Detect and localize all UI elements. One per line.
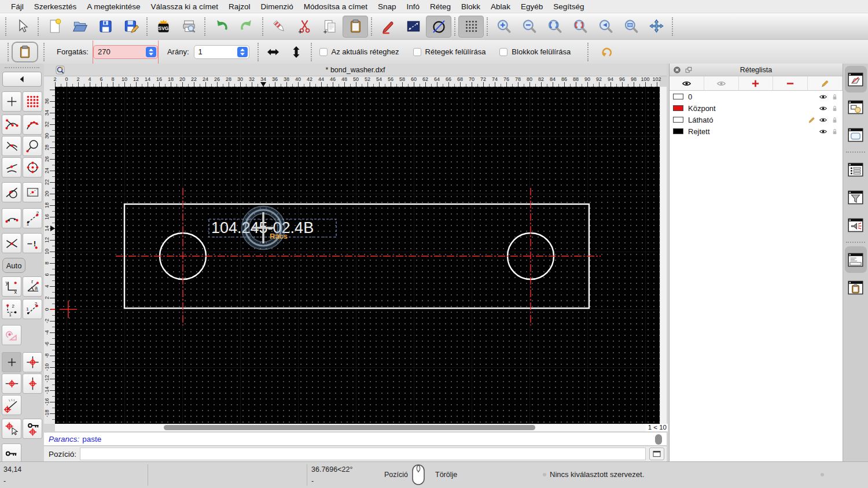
- snap-intersection-button[interactable]: [2, 136, 21, 156]
- menu-egyeb[interactable]: Egyéb: [516, 0, 548, 13]
- lock-icon[interactable]: [830, 116, 839, 124]
- zoom-out-button[interactable]: [516, 16, 542, 38]
- block-list-panel-button[interactable]: [845, 94, 867, 120]
- flip-horizontal-button[interactable]: [262, 42, 285, 62]
- edit-layer-button[interactable]: [808, 76, 843, 90]
- restrict-horizontal-button[interactable]: [2, 374, 21, 394]
- snap-inside-button[interactable]: [23, 182, 42, 202]
- restrict-angle-button[interactable]: [2, 395, 21, 415]
- layer-row-lathato[interactable]: Látható: [670, 114, 843, 125]
- layer-list-panel-button[interactable]: [845, 66, 867, 93]
- construction-mode-button[interactable]: [426, 16, 451, 38]
- add-layer-button[interactable]: [739, 76, 774, 90]
- eye-off-button[interactable]: [704, 76, 739, 90]
- eye-open-icon[interactable]: [819, 116, 827, 124]
- selection-filter-panel-button[interactable]: [845, 184, 867, 210]
- menu-segitseg[interactable]: Segítség: [548, 0, 589, 13]
- command-line-panel-button[interactable]: [845, 246, 867, 273]
- lock-icon[interactable]: [830, 127, 839, 136]
- menu-blokk[interactable]: Blokk: [456, 0, 486, 13]
- command-window-toggle-button[interactable]: [649, 448, 664, 460]
- back-button[interactable]: [2, 72, 42, 87]
- drawing-canvas[interactable]: 104.245-02.4BRács: [55, 87, 660, 424]
- scrollbar-thumb[interactable]: [164, 425, 535, 430]
- remove-layer-button[interactable]: [773, 76, 808, 90]
- position-input[interactable]: [80, 448, 646, 460]
- menu-reteg[interactable]: Réteg: [425, 0, 456, 13]
- copy-button[interactable]: [317, 16, 343, 38]
- snap-grid-red-button[interactable]: [23, 91, 42, 112]
- zoom-in-button[interactable]: [491, 16, 516, 38]
- menu-a-megtekintese[interactable]: A megtekintése: [82, 0, 145, 13]
- property-editor-panel-button[interactable]: [845, 156, 867, 183]
- zoom-window-button[interactable]: [618, 16, 643, 38]
- open-file-button[interactable]: [67, 16, 93, 38]
- dimension-button[interactable]: [400, 16, 426, 38]
- command-line[interactable]: Parancs:paste: [44, 432, 667, 446]
- coord-polar-button[interactable]: ra: [23, 276, 42, 297]
- new-file-button[interactable]: [42, 16, 67, 38]
- snap-perpendicular-button[interactable]: [2, 157, 21, 178]
- snap-intersection-x-button[interactable]: [2, 233, 21, 253]
- lock-icon[interactable]: [830, 104, 839, 113]
- redo-button[interactable]: [234, 16, 259, 38]
- snap-endpoints-button[interactable]: [2, 114, 21, 135]
- restrict-none-button[interactable]: [2, 352, 21, 372]
- layer-row-rejtett[interactable]: Rejtett: [670, 125, 843, 137]
- eye-open-button[interactable]: [670, 76, 704, 90]
- menu-snap[interactable]: Snap: [373, 0, 402, 13]
- pan-button[interactable]: [643, 16, 669, 38]
- coord-relative-button[interactable]: 12: [2, 299, 21, 319]
- zoom-previous-button[interactable]: [593, 16, 618, 38]
- restrict-orthogonal-button[interactable]: [23, 352, 42, 372]
- document-tab-bar[interactable]: * bond_washer.dxf: [44, 64, 667, 76]
- menu-fajl[interactable]: Fájl: [6, 0, 29, 13]
- draw-color-button[interactable]: [375, 16, 400, 38]
- menu-szerkesztes[interactable]: Szerkesztés: [29, 0, 82, 13]
- snap-auto-button[interactable]: Auto: [2, 258, 25, 273]
- toggle-grid-button[interactable]: [458, 16, 484, 38]
- flip-vertical-button[interactable]: [285, 42, 308, 62]
- coord-relative-polar-button[interactable]: 12: [23, 299, 42, 319]
- scale-input[interactable]: 1: [194, 45, 249, 59]
- rotation-input[interactable]: 270: [93, 45, 158, 59]
- lock-key-button[interactable]: [2, 443, 21, 464]
- cut-button[interactable]: [292, 16, 317, 38]
- snap-on-entity-button[interactable]: [23, 114, 42, 135]
- command-options-panel-button[interactable]: [845, 212, 867, 238]
- checkbox-box[interactable]: [499, 48, 507, 56]
- rotation-stepper[interactable]: [146, 47, 156, 57]
- menu-valassza-ki-a-cimet[interactable]: Válassza ki a címet: [146, 0, 223, 13]
- menu-ablak[interactable]: Ablak: [486, 0, 516, 13]
- snap-tangent-button[interactable]: [2, 182, 21, 202]
- layer-row-0[interactable]: 0: [670, 91, 843, 102]
- coord-cartesian-button[interactable]: yx: [2, 276, 21, 297]
- save-file-button[interactable]: [93, 16, 118, 38]
- eye-open-icon[interactable]: [819, 93, 827, 101]
- zoom-selection-button[interactable]: [567, 16, 593, 38]
- select-tool-button[interactable]: [9, 16, 35, 38]
- paste-button[interactable]: [343, 16, 368, 38]
- menu-dimenzio[interactable]: Dimenzió: [255, 0, 298, 13]
- checkbox-blokkok-felulirasa[interactable]: Blokkok felülírása: [499, 47, 571, 56]
- snap-intersection-manual-button[interactable]: !: [23, 233, 42, 253]
- clipboard-panel-button[interactable]: [845, 274, 867, 301]
- snap-distance-manual-button[interactable]: 12: [23, 208, 42, 228]
- scale-stepper[interactable]: [237, 47, 248, 57]
- checkbox-az-aktualis-reteghez[interactable]: Az aktuális réteghez: [319, 47, 399, 56]
- snap-center-button[interactable]: [23, 157, 42, 178]
- snap-reference-button[interactable]: [23, 136, 42, 156]
- command-scrollbar-thumb[interactable]: [655, 434, 662, 445]
- checkbox-box[interactable]: [413, 48, 421, 56]
- canvas-horizontal-scrollbar[interactable]: [55, 424, 648, 431]
- checkbox-retegek-felulirasa[interactable]: Rétegek felülírása: [413, 47, 486, 56]
- menu-modositsa-a-cimet[interactable]: Módosítsa a címet: [299, 0, 373, 13]
- reset-button[interactable]: [595, 42, 618, 62]
- svg-export-button[interactable]: SVG: [150, 16, 176, 38]
- restrict-off-button[interactable]: [2, 325, 21, 345]
- layer-row-kozpont[interactable]: Központ: [670, 102, 843, 114]
- eye-open-icon[interactable]: [819, 127, 827, 136]
- eye-open-icon[interactable]: [819, 104, 827, 113]
- menu-rajzol[interactable]: Rajzol: [223, 0, 256, 13]
- lock-relative-zero-button[interactable]: [23, 419, 42, 439]
